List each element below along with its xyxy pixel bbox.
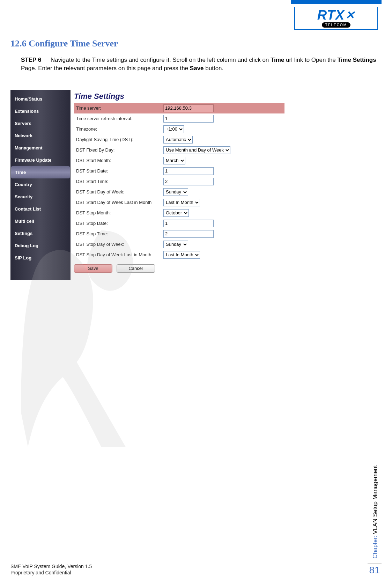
logo-x-icon: ✕ [345, 9, 355, 21]
sidebar-item-extensions[interactable]: Extensions [10, 105, 71, 117]
setting-value-cell: Use Month and Day of Week [161, 145, 284, 155]
setting-value-cell [161, 218, 284, 229]
text-input[interactable] [163, 220, 214, 227]
setting-value-cell: March [161, 155, 284, 166]
setting-value-cell: October [161, 208, 284, 218]
settings-row: Time server: [74, 103, 284, 113]
setting-label: DST Start Day of Week Last in Month [74, 197, 161, 208]
section-number: 12.6 [10, 38, 27, 49]
text-input[interactable] [163, 115, 214, 123]
logo-brand: RTX✕ [317, 8, 355, 22]
top-color-bar [291, 0, 382, 4]
sidebar-item-multi-cell[interactable]: Multi cell [10, 215, 71, 227]
footer: SME VoIP System Guide, Version 1.5 Propr… [10, 563, 92, 576]
settings-row: Daylight Saving Time (DST):Automatic [74, 134, 284, 145]
setting-label: Daylight Saving Time (DST): [74, 134, 161, 145]
settings-row: DST Stop Day of Week Last in MonthLast I… [74, 250, 284, 260]
setting-value-cell [161, 113, 284, 124]
setting-value-cell: +1:00 [161, 124, 284, 134]
sidebar-item-country[interactable]: Country [10, 178, 71, 191]
settings-row: DST Start Date: [74, 166, 284, 176]
setting-label: DST Start Date: [74, 166, 161, 176]
settings-row: DST Start Day of Week Last in MonthLast … [74, 197, 284, 208]
setting-label: DST Start Time: [74, 176, 161, 187]
setting-label: Timezone: [74, 124, 161, 134]
screenshot-area: Home/StatusExtensionsServersNetworkManag… [10, 90, 288, 280]
select-input[interactable]: March [163, 157, 185, 164]
sidebar-item-firmware-update[interactable]: Firmware Update [10, 154, 71, 166]
setting-label: DST Start Month: [74, 155, 161, 166]
step-text-b3: Save [190, 65, 204, 72]
settings-row: Timezone:+1:00 [74, 124, 284, 134]
select-input[interactable]: Sunday [163, 241, 188, 248]
settings-row: DST Stop Time: [74, 229, 284, 239]
text-input[interactable] [163, 230, 214, 238]
setting-value-cell: Automatic [161, 134, 284, 145]
step-text-p1: Navigate to the Time settings and config… [51, 57, 271, 63]
sidebar-item-time[interactable]: Time [11, 166, 70, 178]
settings-row: DST Stop Date: [74, 218, 284, 229]
select-input[interactable]: Automatic [163, 136, 193, 144]
sidebar-item-contact-list[interactable]: Contact List [10, 203, 71, 215]
sidebar-item-sip-log[interactable]: SIP Log [10, 252, 71, 264]
step-block: STEP 6 Navigate to the Time settings and… [21, 56, 382, 73]
sidebar-item-network[interactable]: Network [10, 130, 71, 142]
settings-row: DST Stop Day of Week:Sunday [74, 239, 284, 250]
setting-label: DST Stop Day of Week: [74, 239, 161, 250]
sidebar-item-servers[interactable]: Servers [10, 117, 71, 130]
select-input[interactable]: Last In Month [163, 199, 200, 206]
select-input[interactable]: Use Month and Day of Week [163, 146, 230, 154]
save-button[interactable]: Save [74, 264, 112, 273]
chapter-label: Chapter: [372, 536, 378, 558]
step-text-p3: Page. Enter the relevant parameters on t… [21, 65, 190, 72]
select-input[interactable]: October [163, 209, 189, 217]
page-number: 81 [368, 564, 382, 576]
step-text-p4: button. [204, 65, 224, 72]
main-panel: Time Settings Time server:Time server re… [71, 90, 288, 280]
select-input[interactable]: Last In Month [163, 251, 200, 259]
chapter-value: VLAN Setup Management [372, 465, 378, 534]
setting-value-cell: Last In Month [161, 250, 284, 260]
cancel-button[interactable]: Cancel [117, 264, 155, 273]
setting-label: DST Stop Month: [74, 208, 161, 218]
text-input[interactable] [163, 104, 214, 112]
text-input[interactable] [163, 167, 214, 175]
setting-value-cell [161, 229, 284, 239]
select-input[interactable]: +1:00 [163, 125, 184, 133]
step-text-b2: Time Settings [338, 57, 376, 63]
step-text-p2: url link to Open the [284, 57, 337, 63]
logo: RTX✕ TELECOM [294, 7, 378, 30]
sidebar-item-home-status[interactable]: Home/Status [10, 93, 71, 105]
panel-title: Time Settings [74, 92, 284, 101]
select-input[interactable]: Sunday [163, 188, 188, 196]
step-text-b1: Time [271, 57, 284, 63]
setting-label: DST Stop Day of Week Last in Month [74, 250, 161, 260]
setting-label: DST Stop Date: [74, 218, 161, 229]
logo-brand-text: RTX [317, 8, 345, 22]
section-title-text: Configure Time Server [29, 38, 118, 49]
settings-row: Time server refresh interval: [74, 113, 284, 124]
sidebar-item-settings[interactable]: Settings [10, 227, 71, 240]
settings-row: DST Stop Month:October [74, 208, 284, 218]
settings-row: DST Start Day of Week:Sunday [74, 187, 284, 197]
step-label: STEP 6 [21, 56, 49, 64]
text-input[interactable] [163, 178, 214, 185]
footer-line1: SME VoIP System Guide, Version 1.5 [10, 563, 92, 569]
setting-label: DST Stop Time: [74, 229, 161, 239]
setting-value-cell: Sunday [161, 239, 284, 250]
sidebar-item-management[interactable]: Management [10, 142, 71, 154]
setting-label: DST Start Day of Week: [74, 187, 161, 197]
setting-label: Time server refresh interval: [74, 113, 161, 124]
settings-table: Time server:Time server refresh interval… [74, 103, 284, 260]
admin-ui: Home/StatusExtensionsServersNetworkManag… [10, 90, 288, 280]
setting-value-cell [161, 176, 284, 187]
sidebar-item-security[interactable]: Security [10, 191, 71, 203]
sidebar: Home/StatusExtensionsServersNetworkManag… [10, 90, 71, 280]
setting-label: Time server: [74, 103, 161, 113]
section-title: 12.6 Configure Time Server [10, 38, 382, 49]
setting-value-cell: Sunday [161, 187, 284, 197]
logo-sub: TELECOM [322, 22, 350, 28]
setting-label: DST Fixed By Day: [74, 145, 161, 155]
sidebar-item-debug-log[interactable]: Debug Log [10, 240, 71, 252]
setting-value-cell [161, 103, 284, 113]
